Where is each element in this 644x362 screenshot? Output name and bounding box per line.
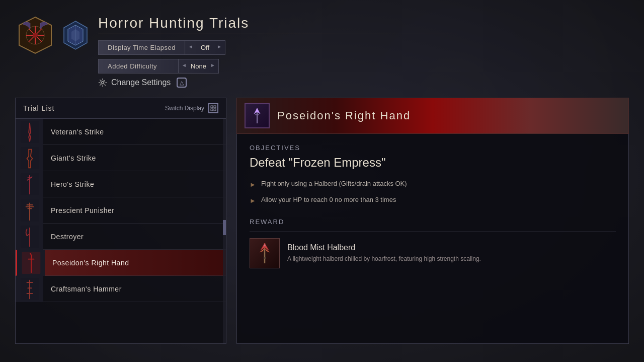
trial-name-3: Hero's Strike [43, 180, 102, 188]
trial-thumb-3 [16, 171, 43, 197]
detail-panel: Poseidon's Right Hand Objectives Defeat … [236, 98, 629, 344]
reward-desc: A lightweight halberd chilled by hoarfro… [287, 254, 616, 263]
trial-panel-header: Trial List Switch Display [16, 98, 226, 119]
detail-icon [245, 103, 270, 128]
trial-item-1[interactable]: Veteran's Strike [16, 119, 226, 145]
trial-list-body: Veteran's StrikeGiant's StrikeHero's Str… [16, 119, 226, 343]
trial-name-5: Destroyer [43, 233, 91, 241]
detail-title: Poseidon's Right Hand [277, 109, 411, 122]
trial-list-title: Trial List [23, 104, 54, 112]
gear-icon [98, 78, 107, 87]
switch-display-icon [208, 103, 218, 113]
svg-rect-19 [20, 173, 39, 195]
header: Horror Hunting Trials Display Time Elaps… [0, 0, 644, 93]
svg-rect-31 [264, 257, 266, 259]
scroll-bar[interactable] [223, 119, 226, 343]
trial-item-4[interactable]: Prescient Punisher [16, 197, 226, 224]
objective-arrow-1: ► [250, 180, 256, 190]
crystal-icon [63, 20, 88, 50]
trial-thumb-4 [16, 197, 43, 224]
display-time-setting: Display Time Elapsed Off [98, 40, 624, 55]
page-title: Horror Hunting Trials [98, 15, 624, 31]
logo-area [15, 15, 88, 55]
detail-body: Objectives Defeat "Frozen Empress" ►Figh… [236, 134, 629, 344]
change-settings-button[interactable]: Change Settings △ [98, 78, 624, 88]
objective-item-2: ►Allow your HP to reach 0 no more than 3… [250, 195, 616, 206]
trial-item-5[interactable]: Destroyer [16, 224, 226, 250]
halberd-icon [253, 241, 277, 265]
objectives-label: Objectives [250, 144, 616, 152]
svg-point-6 [33, 33, 38, 38]
trial-thumb-7 [16, 276, 43, 302]
trial-item-2[interactable]: Giant's Strike [16, 145, 226, 171]
reward-section: Reward [250, 218, 616, 268]
trial-name-7: Craftsman's Hammer [43, 285, 129, 293]
objective-text-1: Fight only using a Halberd (Gifts/drain … [261, 179, 407, 189]
game-logo [15, 15, 55, 55]
svg-point-11 [102, 82, 104, 84]
svg-rect-18 [20, 147, 39, 169]
svg-rect-22 [22, 252, 40, 274]
title-section: Horror Hunting Trials Display Time Elaps… [98, 15, 624, 88]
objective-arrow-2: ► [250, 196, 256, 206]
trial-thumb-5 [16, 224, 43, 250]
added-difficulty-label: Added Difficulty [98, 59, 179, 74]
added-difficulty-setting: Added Difficulty None [98, 59, 624, 74]
objectives-title: Defeat "Frozen Empress" [250, 156, 616, 170]
svg-rect-23 [20, 278, 39, 300]
title-divider [98, 34, 519, 34]
svg-rect-21 [20, 226, 39, 248]
svg-rect-20 [20, 199, 39, 222]
added-difficulty-value[interactable]: None [179, 59, 219, 74]
objective-text-2: Allow your HP to reach 0 no more than 3 … [261, 195, 396, 205]
triangle-button[interactable]: △ [177, 78, 187, 88]
trial-name-2: Giant's Strike [43, 154, 104, 162]
svg-rect-16 [214, 109, 216, 111]
trial-item-7[interactable]: Craftsman's Hammer [16, 276, 226, 302]
trial-name-6: Poseidon's Right Hand [45, 259, 136, 267]
svg-rect-14 [214, 106, 216, 108]
svg-rect-17 [20, 121, 39, 143]
detail-header: Poseidon's Right Hand [236, 98, 629, 134]
trial-thumb-6 [17, 250, 45, 276]
trial-item-3[interactable]: Hero's Strike [16, 171, 226, 197]
svg-point-12 [101, 81, 105, 85]
reward-item: Blood Mist Halberd A lightweight halberd… [250, 238, 616, 268]
trial-thumb-1 [16, 119, 43, 145]
svg-rect-15 [211, 109, 213, 111]
objective-item-1: ►Fight only using a Halberd (Gifts/drain… [250, 179, 616, 190]
switch-display-button[interactable]: Switch Display [165, 103, 218, 113]
svg-rect-13 [211, 106, 213, 108]
switch-display-label: Switch Display [165, 105, 204, 112]
trial-panel: Trial List Switch Display Veteran's Stri… [15, 98, 226, 344]
display-time-label: Display Time Elapsed [98, 40, 185, 55]
display-time-value[interactable]: Off [185, 40, 225, 55]
change-settings-label: Change Settings [111, 78, 171, 87]
main-content: Trial List Switch Display Veteran's Stri… [0, 93, 644, 354]
trial-name-1: Veteran's Strike [43, 128, 112, 136]
reward-name: Blood Mist Halberd [287, 243, 616, 252]
reward-icon [250, 238, 280, 268]
trial-name-4: Prescient Punisher [43, 206, 122, 214]
reward-label: Reward [250, 218, 616, 226]
spear-icon [248, 107, 266, 125]
reward-divider [250, 232, 616, 232]
trial-thumb-2 [16, 145, 43, 171]
reward-info: Blood Mist Halberd A lightweight halberd… [287, 243, 616, 263]
scroll-thumb [223, 220, 226, 235]
trial-item-6[interactable]: Poseidon's Right Hand [16, 250, 226, 276]
